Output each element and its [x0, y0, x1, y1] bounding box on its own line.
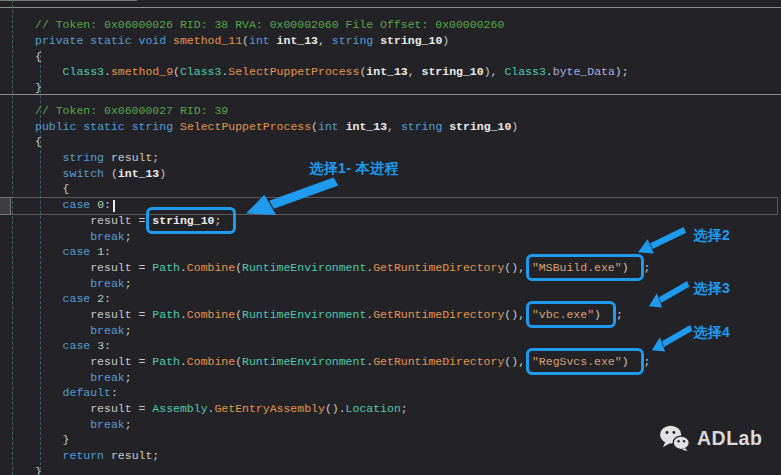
code-line: result = Path.Combine(RuntimeEnvironment… — [35, 260, 781, 276]
code-line: // Token: 0x06000027 RID: 39 — [35, 103, 781, 119]
annotation-label-4: 选择4 — [693, 324, 730, 342]
wechat-icon — [659, 425, 690, 451]
code-line: result = Path.Combine(RuntimeEnvironment… — [35, 307, 781, 323]
code-line: { — [35, 49, 781, 65]
indent-guide-outer — [12, 0, 13, 475]
annotation-arrow-3 — [648, 280, 690, 308]
annotation-arrow-2 — [637, 226, 687, 254]
watermark-brand: ADLab — [697, 427, 762, 450]
highlight-box-string10: string_10; — [146, 207, 236, 234]
annotation-label-1: 选择1- 本进程 — [309, 160, 399, 178]
code-line: } — [35, 80, 781, 96]
annotation-label-2: 选择2 — [693, 227, 730, 245]
code-line: public static string SelectPuppetProcess… — [35, 119, 781, 135]
highlight-box-regsvcs: "RegSvcs.exe") — [526, 348, 644, 375]
code-line: string result; — [35, 150, 781, 166]
watermark: ADLab — [659, 425, 762, 451]
code-line: break; — [35, 370, 781, 386]
code-line — [35, 2, 781, 18]
code-line: result = Path.Combine(RuntimeEnvironment… — [35, 354, 781, 370]
text-caret — [113, 200, 115, 212]
code-line: switch (int_13) — [35, 166, 781, 182]
code-line: default: — [35, 385, 781, 401]
code-line: { — [35, 134, 781, 150]
decompiler-code-view: }// Token: 0x06000026 RID: 38 RVA: 0x000… — [0, 0, 781, 475]
code-line: Class3.smethod_9(Class3.SelectPuppetProc… — [35, 64, 781, 80]
highlight-box-vbc: "vbc.exe") — [526, 301, 616, 328]
gutter-marker — [0, 197, 11, 215]
code-line: } — [35, 464, 781, 475]
code-line: result = Assembly.GetEntryAssembly().Loc… — [35, 401, 781, 417]
code-line: private static void smethod_11(int int_1… — [35, 33, 781, 49]
code-line: { — [35, 181, 781, 197]
code-block-smethod11[interactable]: }// Token: 0x06000026 RID: 38 RVA: 0x000… — [35, 0, 781, 96]
annotation-label-3: 选择3 — [693, 280, 730, 298]
annotation-arrow-1 — [244, 176, 340, 216]
annotation-arrow-4 — [651, 324, 693, 352]
code-line: // Token: 0x06000026 RID: 38 RVA: 0x0000… — [35, 17, 781, 33]
highlight-box-msbuild: "MSBuild.exe") — [526, 254, 644, 281]
